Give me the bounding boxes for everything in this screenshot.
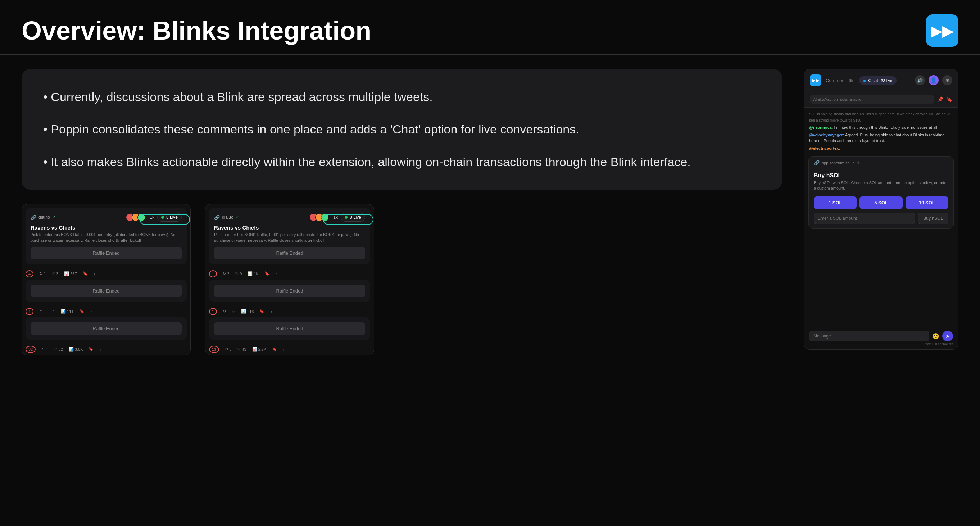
tweet-actions-left-2: 1 ↻ ♡1 📊111 🔖 ↑ [22,306,190,317]
live-badge-left: 8 Live [157,213,182,222]
sol-amount-input[interactable] [814,213,915,224]
message-2: @neonnova: I minted this through this Bl… [809,124,953,130]
emoji-icon[interactable]: 😊 [932,333,939,340]
like-action-left-1: ♡ 3 [51,271,58,276]
url-input[interactable] [810,95,934,103]
main-content: • Currently, discussions about a Blink a… [0,55,980,370]
blink-buttons: 1 SOL 5 SOL 10 SOL [814,196,948,209]
poppin-logo: ▶▶ [810,75,821,86]
bookmark-action-left-1: 🔖 [83,271,88,276]
blink-input-row: Buy hSOL [814,213,948,224]
share-action-left-1: ↑ [94,272,96,276]
avatar-button[interactable]: 👤 [929,75,939,85]
tweet-avatars-right [309,213,329,221]
left-panel: • Currently, discussions about a Blink a… [22,69,782,356]
live-badge-right: 8 Live [341,213,365,222]
poppin-header-actions: 🔊 👤 ⊞ [915,75,952,85]
page-title: Overview: Blinks Integration [22,16,371,45]
page-header: Overview: Blinks Integration ▶▶ [0,0,980,55]
verified-icon-blink: ✓ [852,161,855,165]
blink-card-header: 🔗 app.sanctum.so ✓ ℹ [809,156,953,168]
blink-card: 🔗 app.sanctum.so ✓ ℹ Buy hSOL Buy hSOL w… [808,156,954,229]
poppin-url-bar: 📌 🔖 [804,91,958,108]
tab-chat[interactable]: Chat 33 live [859,76,897,84]
tweet-avatars-left [126,213,145,221]
raffle-btn-right-2[interactable]: Raffle Ended [214,284,365,297]
message-4: @electricvortex: [809,145,953,151]
sol-btn-3[interactable]: 10 SOL [905,196,948,209]
raffle-btn-right-3[interactable]: Raffle Ended [214,323,365,335]
raffle-btn-left-3[interactable]: Raffle Ended [30,323,182,335]
comment-icon-left-1: 4 [25,270,33,277]
blink-card-body: Buy hSOL Buy hSOL with SOL. Choose a SOL… [809,168,953,229]
message-input-area: 😊 ➤ Max 150 characters [804,327,958,350]
tweet-actions-left-3: 32 ↻4 ♡82 📊3.6K 🔖 ↑ [22,343,190,355]
bullet-3: • It also makes Blinks actionable direct… [43,152,760,172]
retweet-action-left-1: ↻ 1 [39,271,46,276]
comment-icon-right-1: 1 [209,270,217,277]
tweet-title-right: Ravens vs Chiefs [214,224,365,230]
tweet-body-right: Pick to enter this BONK Raffle, 0.001 pe… [214,232,365,243]
bullet-2: • Poppin consolidates these comments in … [43,119,760,139]
tweet-title-left: Ravens vs Chiefs [30,224,182,230]
tweet-card-left: 🔗 dial.to ✓ 1k [22,204,191,356]
tweets-area: 🔗 dial.to ✓ 1k [22,204,782,356]
comment-icon-right-2: 1 [209,308,217,315]
tweet-source-left: 🔗 dial.to ✓ [30,215,56,220]
pin-icon: 📌 [937,97,943,102]
tweet-actions-right-1: 1 ↻2 ♡9 📊1K 🔖 ↑ [205,268,374,280]
poppin-panel: ▶▶ Comment 6k Chat 33 live 🔊 👤 ⊞ [804,69,958,350]
sol-btn-1[interactable]: 1 SOL [814,196,857,209]
raffle-btn-left-2[interactable]: Raffle Ended [30,284,182,297]
expand-button[interactable]: ⊞ [942,75,952,85]
message-1: SOL is holding steady around $130 solid … [809,111,953,123]
poppin-logo-header: ▶▶ [926,14,958,47]
comment-icon-left-2: 1 [25,308,33,315]
comment-icon-right-3: 13 [209,346,219,353]
poppin-header: ▶▶ Comment 6k Chat 33 live 🔊 👤 ⊞ [804,70,958,91]
message-input[interactable] [809,331,929,342]
bookmark-icon-url: 🔖 [946,97,952,102]
buy-hsol-button[interactable]: Buy hSOL [918,213,948,224]
sol-btn-2[interactable]: 5 SOL [859,196,902,209]
tweet-actions-right-2: 1 ↻ ♡ 📊216 🔖 ↑ [205,306,374,317]
send-button[interactable]: ➤ [942,331,953,342]
views-action-left-1: 📊 637 [64,271,76,276]
message-3: @velocityvoyager: Agreed. Plus, being ab… [809,132,953,144]
poppin-messages: SOL is holding steady around $130 solid … [804,108,958,156]
raffle-btn-right[interactable]: Raffle Ended [214,247,365,259]
tweet-body-left: Pick to enter this BONK Raffle, 0.001 pe… [30,232,182,243]
tweet-actions-right-3: 13 ↻8 ♡43 📊2.7K 🔖 ↑ [205,343,374,355]
sound-button[interactable]: 🔊 [915,75,925,85]
tweet-count-left: 1k [150,215,154,220]
blink-title: Buy hSOL [814,172,948,179]
tweet-source-right: 🔗 dial.to ✓ [214,215,239,220]
poppin-tabs: Comment 6k Chat 33 live [826,76,910,84]
info-icon-blink: ℹ [858,161,859,165]
raffle-btn-left[interactable]: Raffle Ended [30,247,182,259]
blink-desc: Buy hSOL with SOL. Choose a SOL amount f… [814,180,948,191]
tweet-card-right: 🔗 dial.to ✓ 1k [205,204,374,356]
tweet-actions-left-1: 4 ↻ 1 ♡ 3 📊 637 [22,268,190,280]
bullet-box: • Currently, discussions about a Blink a… [22,69,782,190]
max-chars-hint: Max 150 characters [809,342,953,346]
bullet-1: • Currently, discussions about a Blink a… [43,87,760,106]
comment-icon-left-3: 32 [25,346,36,353]
tab-comment[interactable]: Comment 6k [826,78,853,83]
comment-action-left-1[interactable]: 4 [25,270,33,277]
tweet-count-right: 1k [333,215,338,220]
